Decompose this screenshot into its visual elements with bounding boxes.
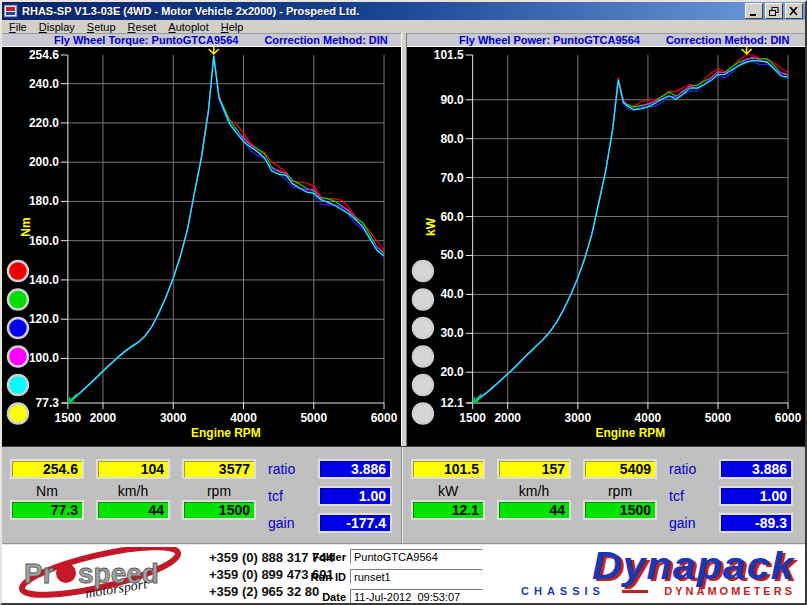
y-tick-label: 240.0 bbox=[29, 77, 59, 91]
dynapack-wordmark: Dynapack bbox=[592, 547, 795, 585]
y-tick-label: 12.1 bbox=[440, 396, 464, 410]
menu-item-file[interactable]: File bbox=[3, 21, 33, 33]
run-color-button-5[interactable] bbox=[413, 375, 433, 395]
field-row: Run ID bbox=[298, 568, 483, 585]
calc-value-gain: -89.3 bbox=[719, 513, 793, 533]
run-color-button-2[interactable] bbox=[413, 290, 433, 310]
trace-run4 bbox=[68, 56, 384, 403]
run-color-button-5[interactable] bbox=[8, 375, 28, 395]
y-tick-label: 40.0 bbox=[440, 287, 464, 301]
y-tick-label: 60.0 bbox=[440, 210, 464, 224]
run-color-button-6[interactable] bbox=[413, 404, 433, 424]
y-tick-label: 120.0 bbox=[29, 312, 59, 326]
power-plot-svg: 150020003000400050006000101.590.080.070.… bbox=[407, 47, 805, 446]
trace-run1 bbox=[68, 55, 384, 403]
run-color-button-2[interactable] bbox=[8, 290, 28, 310]
torque-chart[interactable]: 150020003000400050006000254.6240.0220.02… bbox=[2, 47, 401, 446]
y-tick-label: 20.0 bbox=[440, 365, 464, 379]
max-value-box: 101.5 bbox=[411, 459, 485, 479]
min-value-box: 44 bbox=[497, 500, 571, 520]
x-tick-label: 5000 bbox=[300, 411, 327, 425]
run-color-button-4[interactable] bbox=[8, 347, 28, 367]
calc-value-tcf: 1.00 bbox=[719, 486, 793, 506]
y-axis-unit-label: kW bbox=[424, 217, 438, 236]
calc-label-gain: gain bbox=[268, 515, 294, 531]
run-color-button-1[interactable] bbox=[8, 261, 28, 281]
torque-panel: Fly Wheel Torque: PuntoGTCA9564 Correcti… bbox=[2, 33, 401, 446]
y-tick-label: 200.0 bbox=[29, 155, 59, 169]
y-tick-label: 254.6 bbox=[29, 48, 59, 62]
calc-label-gain: gain bbox=[669, 515, 695, 531]
max-value-box: 3577 bbox=[182, 459, 256, 479]
field-input-run-id[interactable] bbox=[350, 569, 483, 584]
calc-value-gain: -177.4 bbox=[318, 513, 392, 533]
calc-label-ratio: ratio bbox=[268, 461, 295, 477]
torque-panel-header: Fly Wheel Torque: PuntoGTCA9564 Correcti… bbox=[2, 33, 401, 47]
run-color-button-3[interactable] bbox=[413, 318, 433, 338]
trace-run2 bbox=[68, 55, 384, 403]
run-color-button-3[interactable] bbox=[8, 318, 28, 338]
x-tick-label: 2000 bbox=[494, 411, 521, 425]
field-row: Folder bbox=[298, 548, 483, 565]
unit-label: km/h bbox=[497, 483, 571, 499]
y-tick-label: 140.0 bbox=[29, 273, 59, 287]
torque-correction-method: Correction Method: DIN bbox=[264, 34, 387, 46]
min-value-box: 1500 bbox=[583, 500, 657, 520]
window-title: RHAS-SP V1.3-03E (4WD - Motor Vehicle 2x… bbox=[22, 5, 743, 17]
unit-label: rpm bbox=[182, 483, 256, 499]
x-tick-label: 4000 bbox=[230, 411, 257, 425]
close-button[interactable] bbox=[785, 3, 803, 19]
x-tick-label: 4000 bbox=[635, 411, 662, 425]
calc-label-tcf: tcf bbox=[268, 488, 283, 504]
torque-stats: 254.61043577Nmkm/hrpm77.3441500ratio3.88… bbox=[2, 447, 403, 543]
power-correction-method: Correction Method: DIN bbox=[666, 34, 789, 46]
power-chart[interactable]: 150020003000400050006000101.590.080.070.… bbox=[407, 47, 805, 446]
x-axis-label: Engine RPM bbox=[596, 426, 666, 440]
x-tick-label: 2000 bbox=[90, 411, 117, 425]
calc-label-tcf: tcf bbox=[669, 488, 684, 504]
y-tick-label: 30.0 bbox=[440, 326, 464, 340]
calc-value-ratio: 3.886 bbox=[318, 459, 392, 479]
trace-run3 bbox=[68, 55, 384, 403]
run-color-button-6[interactable] bbox=[8, 404, 28, 424]
footer: Pr speed motorsport +359 (0) 888 317 744… bbox=[2, 543, 805, 605]
x-tick-label: 1500 bbox=[459, 411, 486, 425]
min-value-box: 1500 bbox=[182, 500, 256, 520]
calc-value-tcf: 1.00 bbox=[318, 486, 392, 506]
y-tick-label: 180.0 bbox=[29, 194, 59, 208]
field-label-run-id: Run ID bbox=[298, 571, 346, 583]
menu-item-display[interactable]: Display bbox=[33, 21, 81, 33]
prospeed-o-dot bbox=[56, 563, 76, 583]
prospeed-logo: Pr speed motorsport bbox=[8, 547, 200, 605]
min-value-box: 77.3 bbox=[10, 500, 84, 520]
x-tick-label: 1500 bbox=[55, 411, 82, 425]
run-color-button-4[interactable] bbox=[413, 347, 433, 367]
field-label-folder: Folder bbox=[298, 551, 346, 563]
y-tick-label: 160.0 bbox=[29, 234, 59, 248]
run-info-fields: FolderRun IDDate bbox=[298, 548, 483, 605]
y-tick-label: 80.0 bbox=[440, 132, 464, 146]
run-color-button-1[interactable] bbox=[413, 261, 433, 281]
torque-chart-title: Fly Wheel Torque: PuntoGTCA9564 bbox=[54, 34, 238, 46]
menu-item-reset[interactable]: Reset bbox=[122, 21, 163, 33]
power-panel: Fly Wheel Power: PuntoGTCA9564 Correctio… bbox=[407, 33, 805, 446]
dynapack-logo: Dynapack CHASSIS DYNAMOMETERS bbox=[507, 547, 795, 597]
minimize-button[interactable] bbox=[745, 3, 763, 19]
x-tick-label: 3000 bbox=[565, 411, 592, 425]
y-tick-label: 50.0 bbox=[440, 248, 464, 262]
app-icon bbox=[4, 4, 18, 18]
trace-run4 bbox=[473, 61, 788, 403]
field-input-folder[interactable] bbox=[350, 549, 483, 564]
trace-run5 bbox=[473, 60, 788, 403]
x-tick-label: 6000 bbox=[371, 411, 398, 425]
max-value-box: 104 bbox=[96, 459, 170, 479]
power-panel-header: Fly Wheel Power: PuntoGTCA9564 Correctio… bbox=[407, 33, 805, 47]
menu-item-autoplot[interactable]: Autoplot bbox=[162, 21, 214, 33]
restore-button[interactable] bbox=[765, 3, 783, 19]
y-axis-unit-label: Nm bbox=[19, 217, 33, 236]
field-input-date[interactable] bbox=[350, 589, 483, 604]
menu-item-setup[interactable]: Setup bbox=[81, 21, 122, 33]
menu-item-help[interactable]: Help bbox=[215, 21, 250, 33]
field-label-date: Date bbox=[298, 591, 346, 603]
power-stats: 101.51575409kWkm/hrpm12.1441500ratio3.88… bbox=[403, 447, 805, 543]
